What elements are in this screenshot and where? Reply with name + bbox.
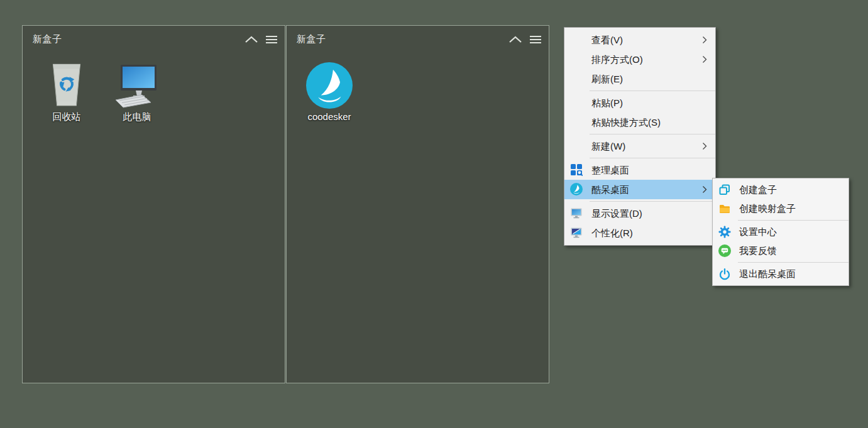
menu-item-label: 刷新(E) <box>591 74 623 84</box>
menu-item-display-settings[interactable]: 显示设置(D) <box>564 204 715 223</box>
display-settings-icon <box>570 207 583 219</box>
menu-item-label: 粘贴快捷方式(S) <box>591 117 661 128</box>
menu-item-personalize[interactable]: 个性化(R) <box>564 223 715 243</box>
recycle-bin-icon <box>35 57 98 109</box>
menu-item-organize-desktop[interactable]: 整理桌面 <box>564 160 715 180</box>
hamburger-icon <box>529 35 542 45</box>
feedback-icon <box>718 244 731 257</box>
menu-separator <box>738 262 849 263</box>
menu-item-label: 酷呆桌面 <box>591 184 629 195</box>
menu-item-label: 整理桌面 <box>591 165 629 175</box>
collapse-box-button[interactable] <box>244 35 258 44</box>
box-title: 新盒子 <box>33 33 62 45</box>
hamburger-icon <box>265 35 278 45</box>
create-box-icon <box>718 184 731 196</box>
menu-item-label: 显示设置(D) <box>591 208 642 219</box>
menu-item-paste[interactable]: 粘贴(P) <box>564 93 715 112</box>
submenu-item-settings-center[interactable]: 设置中心 <box>713 222 849 241</box>
menu-item-label: 个性化(R) <box>591 228 633 238</box>
icon-label: 回收站 <box>35 111 98 123</box>
submenu-item-create-box[interactable]: 创建盒子 <box>713 180 849 199</box>
box-menu-button[interactable] <box>529 35 542 45</box>
submenu-arrow-icon <box>702 142 707 150</box>
coodesker-submenu: 创建盒子 创建映射盒子 <box>712 178 849 286</box>
coodesker-logo-icon <box>298 57 361 109</box>
desktop-box-2: 新盒子 coodesker <box>286 25 549 383</box>
menu-item-view[interactable]: 查看(V) <box>564 30 715 50</box>
coodesker-icon <box>570 183 583 195</box>
menu-item-refresh[interactable]: 刷新(E) <box>564 69 715 89</box>
menu-item-coodesker[interactable]: 酷呆桌面 <box>564 180 715 199</box>
icon-label: coodesker <box>298 111 361 122</box>
submenu-item-exit-coodesker[interactable]: 退出酷呆桌面 <box>713 265 849 283</box>
desktop-icon-recycle-bin[interactable]: 回收站 <box>35 57 98 123</box>
menu-separator <box>590 134 715 134</box>
submenu-arrow-icon <box>702 55 707 63</box>
menu-separator <box>590 91 715 91</box>
desktop-box-1: 新盒子 <box>22 25 285 383</box>
exit-coodesker-icon <box>718 268 731 280</box>
box-menu-button[interactable] <box>265 35 278 45</box>
menu-item-label: 粘贴(P) <box>591 97 623 108</box>
menu-item-label: 设置中心 <box>739 226 777 237</box>
menu-item-label: 我要反馈 <box>739 245 777 256</box>
personalize-icon <box>570 226 583 239</box>
box-title: 新盒子 <box>297 33 326 45</box>
menu-separator <box>590 158 715 158</box>
collapse-box-button[interactable] <box>508 35 522 44</box>
this-pc-icon <box>106 57 168 109</box>
menu-separator <box>590 201 715 202</box>
create-mapped-box-icon <box>718 202 731 215</box>
submenu-item-create-mapped-box[interactable]: 创建映射盒子 <box>713 199 849 218</box>
menu-item-label: 退出酷呆桌面 <box>739 268 796 279</box>
submenu-item-feedback[interactable]: 我要反馈 <box>713 241 849 260</box>
submenu-arrow-icon <box>702 36 707 44</box>
settings-center-icon <box>718 226 731 238</box>
menu-item-label: 排序方式(O) <box>591 54 643 65</box>
menu-item-label: 创建映射盒子 <box>739 203 796 214</box>
chevron-up-icon <box>508 35 522 44</box>
menu-item-sort-by[interactable]: 排序方式(O) <box>564 50 715 69</box>
menu-item-paste-shortcut[interactable]: 粘贴快捷方式(S) <box>564 112 715 132</box>
desktop-icon-coodesker[interactable]: coodesker <box>298 57 361 122</box>
submenu-arrow-icon <box>702 185 707 194</box>
menu-separator <box>738 220 849 221</box>
menu-item-label: 新建(W) <box>591 141 625 151</box>
menu-item-label: 创建盒子 <box>739 184 777 195</box>
menu-item-new[interactable]: 新建(W) <box>564 136 715 156</box>
desktop-context-menu: 查看(V) 排序方式(O) 刷新(E) 粘贴(P) 粘贴快捷方式(S) 新建(W… <box>564 27 716 246</box>
chevron-up-icon <box>244 35 258 44</box>
organize-desktop-icon <box>570 163 583 176</box>
icon-label: 此电脑 <box>106 111 168 123</box>
desktop-icon-this-pc[interactable]: 此电脑 <box>106 57 168 123</box>
desktop[interactable]: { "boxes": [ { "title": "新盒子", "icons": … <box>0 0 868 428</box>
menu-item-label: 查看(V) <box>591 35 623 45</box>
